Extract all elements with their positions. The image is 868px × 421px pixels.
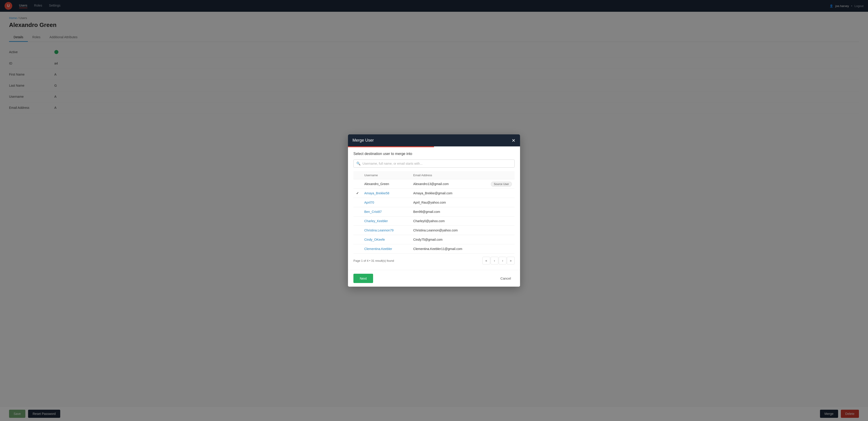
row-username[interactable]: Clementina.Keebler — [362, 244, 410, 254]
page-prev-button[interactable]: ‹ — [491, 257, 498, 264]
username-link[interactable]: Amaya_Brekke58 — [364, 191, 390, 195]
row-email: Clementina.Keebler11@gmail.com — [410, 244, 488, 254]
row-username: Alexandro_Green — [362, 180, 410, 189]
table-row[interactable]: ✓Amaya_Brekke58Amaya_Brekke@gmail.com — [353, 189, 515, 198]
row-email: Amaya_Brekke@gmail.com — [410, 189, 488, 198]
row-badge — [488, 226, 515, 235]
row-checkmark — [353, 207, 362, 217]
row-checkmark: ✓ — [353, 189, 362, 198]
table-row[interactable]: Ben_Crist87Ben99@gmail.com — [353, 207, 515, 217]
row-checkmark — [353, 226, 362, 235]
user-table: Username Email Address Alexandro_GreenAl… — [353, 171, 515, 254]
row-badge: Source User — [488, 180, 515, 189]
page-next-button[interactable]: › — [499, 257, 506, 264]
row-email: April_Rau@yahoo.com — [410, 198, 488, 207]
row-username[interactable]: Charley_Keebler — [362, 217, 410, 226]
row-badge — [488, 235, 515, 244]
cancel-button[interactable]: Cancel — [497, 274, 515, 283]
search-input[interactable] — [363, 162, 512, 165]
modal-title: Merge User — [352, 138, 374, 143]
pagination: « ‹ › » — [483, 257, 515, 264]
row-email: Christina.Leannon@yahoo.com — [410, 226, 488, 235]
modal-header: Merge User ✕ — [348, 134, 520, 147]
row-username[interactable]: Cindy_OKeefe — [362, 235, 410, 244]
row-checkmark — [353, 235, 362, 244]
row-badge — [488, 207, 515, 217]
search-icon: 🔍 — [356, 162, 361, 166]
merge-user-modal: Merge User ✕ Select destination user to … — [348, 134, 520, 287]
pagination-info: Page 1 of 4 • 31 result(s) found — [353, 259, 394, 262]
next-button[interactable]: Next — [353, 274, 373, 283]
modal-close-button[interactable]: ✕ — [512, 138, 516, 143]
modal-subtitle: Select destination user to merge into — [353, 152, 515, 156]
row-username[interactable]: Christina.Leannon79 — [362, 226, 410, 235]
row-checkmark — [353, 217, 362, 226]
row-username[interactable]: April70 — [362, 198, 410, 207]
username-link[interactable]: Charley_Keebler — [364, 219, 388, 223]
row-email: Charley0@yahoo.com — [410, 217, 488, 226]
table-footer: Page 1 of 4 • 31 result(s) found « ‹ › » — [353, 254, 515, 265]
col-username: Username — [362, 171, 410, 180]
source-user-badge: Source User — [491, 182, 512, 187]
row-badge — [488, 189, 515, 198]
row-username[interactable]: Amaya_Brekke58 — [362, 189, 410, 198]
page-first-button[interactable]: « — [483, 257, 490, 264]
col-email: Email Address — [410, 171, 488, 180]
row-email: Cindy75@gmail.com — [410, 235, 488, 244]
row-username[interactable]: Ben_Crist87 — [362, 207, 410, 217]
table-row[interactable]: Alexandro_GreenAlexandro13@gmail.comSour… — [353, 180, 515, 189]
table-row[interactable]: April70April_Rau@yahoo.com — [353, 198, 515, 207]
username-link[interactable]: April70 — [364, 201, 374, 204]
row-badge — [488, 198, 515, 207]
username-link[interactable]: Christina.Leannon79 — [364, 228, 394, 232]
row-email: Ben99@gmail.com — [410, 207, 488, 217]
search-box: 🔍 — [353, 160, 515, 168]
username-link[interactable]: Clementina.Keebler — [364, 247, 392, 251]
row-checkmark — [353, 180, 362, 189]
username-link[interactable]: Ben_Crist87 — [364, 210, 382, 214]
row-badge — [488, 217, 515, 226]
table-row[interactable]: Clementina.KeeblerClementina.Keebler11@g… — [353, 244, 515, 254]
row-badge — [488, 244, 515, 254]
modal-body: Select destination user to merge into 🔍 … — [348, 147, 520, 270]
modal-footer: Next Cancel — [348, 270, 520, 287]
table-row[interactable]: Charley_KeeblerCharley0@yahoo.com — [353, 217, 515, 226]
table-row[interactable]: Cindy_OKeefeCindy75@gmail.com — [353, 235, 515, 244]
modal-overlay: Merge User ✕ Select destination user to … — [0, 0, 868, 421]
row-checkmark — [353, 198, 362, 207]
table-row[interactable]: Christina.Leannon79Christina.Leannon@yah… — [353, 226, 515, 235]
page-last-button[interactable]: » — [507, 257, 515, 264]
row-checkmark — [353, 244, 362, 254]
username-link[interactable]: Cindy_OKeefe — [364, 238, 385, 241]
row-email: Alexandro13@gmail.com — [410, 180, 488, 189]
